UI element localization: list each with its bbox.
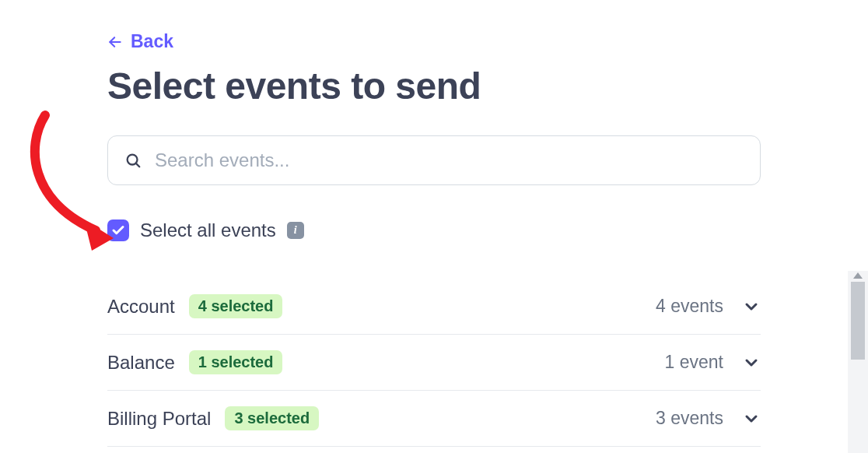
category-right: 4 events xyxy=(656,296,761,317)
categories-list: Account 4 selected 4 events Balance 1 se… xyxy=(107,279,761,447)
category-row-account[interactable]: Account 4 selected 4 events xyxy=(107,279,761,335)
select-all-row: Select all events i xyxy=(107,219,761,241)
search-input[interactable] xyxy=(107,135,761,185)
scrollbar-thumb[interactable] xyxy=(851,282,865,360)
category-right: 3 events xyxy=(656,408,761,429)
selected-badge: 1 selected xyxy=(189,350,283,374)
page-title: Select events to send xyxy=(107,65,761,107)
arrow-left-icon xyxy=(107,34,123,50)
back-label: Back xyxy=(131,31,173,52)
select-all-checkbox[interactable] xyxy=(107,219,129,241)
chevron-down-icon xyxy=(742,409,761,428)
select-all-label: Select all events xyxy=(140,219,276,241)
search-wrap xyxy=(107,135,761,185)
event-count: 3 events xyxy=(656,408,723,429)
category-right: 1 event xyxy=(665,352,761,373)
category-left: Balance 1 selected xyxy=(107,350,282,374)
info-icon[interactable]: i xyxy=(287,222,304,239)
category-left: Account 4 selected xyxy=(107,294,282,318)
back-button[interactable]: Back xyxy=(107,31,173,52)
event-count: 1 event xyxy=(665,352,723,373)
category-row-balance[interactable]: Balance 1 selected 1 event xyxy=(107,335,761,391)
selected-badge: 3 selected xyxy=(225,406,319,430)
chevron-down-icon xyxy=(742,353,761,372)
category-name: Billing Portal xyxy=(107,408,211,430)
event-count: 4 events xyxy=(656,296,723,317)
category-left: Billing Portal 3 selected xyxy=(107,406,319,430)
category-name: Balance xyxy=(107,352,175,374)
scrollbar-up-arrow-icon xyxy=(853,272,863,279)
chevron-down-icon xyxy=(742,297,761,316)
scrollbar[interactable] xyxy=(848,271,868,453)
selected-badge: 4 selected xyxy=(189,294,283,318)
check-icon xyxy=(111,223,125,237)
category-name: Account xyxy=(107,296,175,318)
category-row-billing-portal[interactable]: Billing Portal 3 selected 3 events xyxy=(107,391,761,447)
